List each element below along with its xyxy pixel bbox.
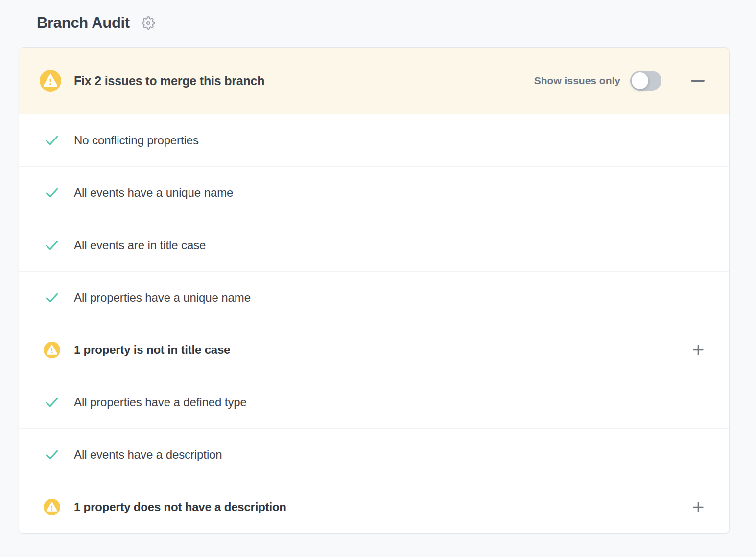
audit-check-label: 1 property is not in title case — [74, 343, 690, 357]
audit-check-row[interactable]: 1 property does not have a description — [19, 481, 729, 533]
header-controls: Show issues only — [534, 71, 706, 91]
audit-check-list: No conflicting properties All events hav… — [19, 114, 729, 533]
audit-check-label: No conflicting properties — [74, 134, 706, 147]
audit-check-label: All events are in title case — [74, 238, 706, 252]
audit-check-row: All events are in title case — [19, 219, 729, 271]
audit-settings-button[interactable] — [141, 15, 156, 31]
audit-check-label: All properties have a defined type — [74, 395, 706, 409]
check-icon — [44, 132, 60, 149]
page-header: Branch Audit — [0, 0, 756, 32]
branch-audit-page: Branch Audit Fix 2 issues to merge this … — [0, 0, 756, 557]
plus-icon — [691, 500, 706, 514]
audit-summary-title: Fix 2 issues to merge this branch — [74, 74, 534, 88]
check-icon — [44, 237, 60, 254]
audit-check-row: All events have a description — [19, 428, 729, 481]
check-icon — [44, 446, 60, 463]
check-icon — [44, 185, 60, 201]
warning-triangle-icon — [44, 499, 60, 515]
minus-icon — [691, 80, 705, 82]
branch-audit-card: Fix 2 issues to merge this branch Show i… — [19, 47, 730, 534]
show-issues-only-toggle[interactable] — [630, 71, 662, 91]
audit-check-row: No conflicting properties — [19, 114, 729, 166]
audit-check-row: All properties have a unique name — [19, 271, 729, 324]
audit-check-label: All properties have a unique name — [74, 291, 706, 304]
expand-issue-button[interactable] — [690, 342, 707, 358]
audit-check-row: All properties have a defined type — [19, 376, 729, 428]
expand-issue-button[interactable] — [690, 499, 707, 515]
audit-check-label: All events have a unique name — [74, 186, 706, 200]
check-icon — [44, 289, 60, 306]
show-issues-only-label: Show issues only — [534, 75, 620, 87]
audit-check-row[interactable]: 1 property is not in title case — [19, 324, 729, 376]
audit-check-label: 1 property does not have a description — [74, 500, 690, 514]
page-title: Branch Audit — [37, 14, 130, 32]
check-icon — [44, 394, 60, 411]
toggle-knob — [632, 72, 648, 89]
audit-check-row: All events have a unique name — [19, 166, 729, 219]
audit-summary-header: Fix 2 issues to merge this branch Show i… — [19, 48, 729, 114]
gear-icon — [142, 16, 155, 30]
audit-check-label: All events have a description — [74, 448, 706, 462]
plus-icon — [691, 343, 706, 357]
warning-triangle-icon — [44, 342, 60, 358]
warning-triangle-icon — [40, 70, 61, 92]
collapse-audit-button[interactable] — [690, 73, 706, 89]
